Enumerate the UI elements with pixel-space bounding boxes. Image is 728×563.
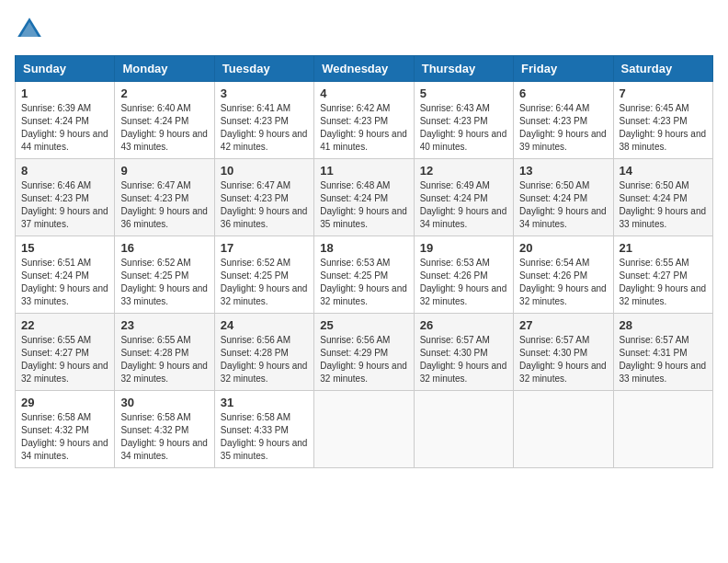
- day-info: Sunrise: 6:45 AMSunset: 4:23 PMDaylight:…: [620, 102, 707, 154]
- day-info: Sunrise: 6:57 AMSunset: 4:30 PMDaylight:…: [420, 334, 507, 385]
- day-number: 31: [221, 396, 308, 409]
- day-info: Sunrise: 6:50 AMSunset: 4:24 PMDaylight:…: [620, 179, 707, 231]
- calendar-cell: [414, 391, 513, 468]
- day-number: 18: [320, 241, 407, 255]
- day-info: Sunrise: 6:40 AMSunset: 4:24 PMDaylight:…: [120, 102, 208, 154]
- day-number: 11: [320, 164, 407, 178]
- day-info: Sunrise: 6:55 AMSunset: 4:27 PMDaylight:…: [620, 257, 707, 308]
- day-info: Sunrise: 6:47 AMSunset: 4:23 PMDaylight:…: [120, 179, 208, 231]
- calendar-cell: 1 Sunrise: 6:39 AMSunset: 4:24 PMDayligh…: [16, 82, 115, 159]
- calendar-cell: 31 Sunrise: 6:58 AMSunset: 4:33 PMDaylig…: [214, 391, 313, 468]
- calendar-cell: 29 Sunrise: 6:58 AMSunset: 4:32 PMDaylig…: [16, 391, 115, 468]
- day-number: 4: [320, 86, 407, 100]
- day-number: 8: [21, 164, 108, 178]
- calendar-cell: 14 Sunrise: 6:50 AMSunset: 4:24 PMDaylig…: [613, 159, 712, 236]
- day-number: 29: [21, 396, 108, 409]
- calendar-cell: 25 Sunrise: 6:56 AMSunset: 4:29 PMDaylig…: [314, 314, 414, 391]
- calendar-cell: 21 Sunrise: 6:55 AMSunset: 4:27 PMDaylig…: [613, 236, 712, 314]
- day-info: Sunrise: 6:47 AMSunset: 4:23 PMDaylight:…: [221, 179, 308, 231]
- day-number: 26: [420, 318, 507, 332]
- calendar-cell: 2 Sunrise: 6:40 AMSunset: 4:24 PMDayligh…: [115, 82, 214, 159]
- calendar-cell: [613, 391, 712, 468]
- calendar-cell: 19 Sunrise: 6:53 AMSunset: 4:26 PMDaylig…: [414, 236, 513, 314]
- day-info: Sunrise: 6:58 AMSunset: 4:32 PMDaylight:…: [120, 411, 208, 463]
- day-number: 27: [519, 318, 607, 332]
- calendar-cell: [314, 391, 414, 468]
- calendar-cell: 30 Sunrise: 6:58 AMSunset: 4:32 PMDaylig…: [115, 391, 214, 468]
- day-info: Sunrise: 6:56 AMSunset: 4:28 PMDaylight:…: [221, 334, 308, 385]
- day-number: 23: [120, 318, 208, 332]
- day-number: 2: [120, 86, 208, 100]
- day-of-week-header: Friday: [514, 56, 613, 82]
- calendar-cell: 15 Sunrise: 6:51 AMSunset: 4:24 PMDaylig…: [16, 236, 115, 314]
- day-info: Sunrise: 6:57 AMSunset: 4:30 PMDaylight:…: [519, 334, 607, 385]
- day-info: Sunrise: 6:55 AMSunset: 4:28 PMDaylight:…: [120, 334, 208, 385]
- day-info: Sunrise: 6:48 AMSunset: 4:24 PMDaylight:…: [320, 179, 407, 231]
- calendar-cell: 6 Sunrise: 6:44 AMSunset: 4:23 PMDayligh…: [514, 82, 613, 159]
- logo-icon: [15, 15, 44, 44]
- day-number: 5: [420, 86, 507, 100]
- calendar-cell: 3 Sunrise: 6:41 AMSunset: 4:23 PMDayligh…: [214, 82, 313, 159]
- day-info: Sunrise: 6:58 AMSunset: 4:32 PMDaylight:…: [21, 411, 108, 463]
- day-number: 14: [620, 164, 707, 178]
- calendar-cell: 22 Sunrise: 6:55 AMSunset: 4:27 PMDaylig…: [16, 314, 115, 391]
- day-info: Sunrise: 6:53 AMSunset: 4:25 PMDaylight:…: [320, 257, 407, 308]
- calendar-cell: 16 Sunrise: 6:52 AMSunset: 4:25 PMDaylig…: [115, 236, 214, 314]
- day-number: 25: [320, 318, 407, 332]
- day-of-week-header: Monday: [115, 56, 214, 82]
- calendar-cell: 28 Sunrise: 6:57 AMSunset: 4:31 PMDaylig…: [613, 314, 712, 391]
- day-of-week-header: Wednesday: [314, 56, 414, 82]
- calendar-week-row: 8 Sunrise: 6:46 AMSunset: 4:23 PMDayligh…: [16, 159, 713, 236]
- day-number: 20: [519, 241, 607, 255]
- calendar-cell: 8 Sunrise: 6:46 AMSunset: 4:23 PMDayligh…: [16, 159, 115, 236]
- logo: [15, 15, 48, 44]
- calendar-week-row: 29 Sunrise: 6:58 AMSunset: 4:32 PMDaylig…: [16, 391, 713, 468]
- day-number: 24: [221, 318, 308, 332]
- calendar-cell: [514, 391, 613, 468]
- calendar-cell: 4 Sunrise: 6:42 AMSunset: 4:23 PMDayligh…: [314, 82, 414, 159]
- day-info: Sunrise: 6:55 AMSunset: 4:27 PMDaylight:…: [21, 334, 108, 385]
- calendar-cell: 11 Sunrise: 6:48 AMSunset: 4:24 PMDaylig…: [314, 159, 414, 236]
- day-of-week-header: Sunday: [16, 56, 115, 82]
- day-number: 16: [120, 241, 208, 255]
- calendar-cell: 17 Sunrise: 6:52 AMSunset: 4:25 PMDaylig…: [214, 236, 313, 314]
- day-info: Sunrise: 6:52 AMSunset: 4:25 PMDaylight:…: [120, 257, 208, 308]
- day-number: 9: [120, 164, 208, 178]
- day-number: 22: [21, 318, 108, 332]
- day-number: 6: [519, 86, 607, 100]
- calendar-cell: 13 Sunrise: 6:50 AMSunset: 4:24 PMDaylig…: [514, 159, 613, 236]
- calendar-week-row: 1 Sunrise: 6:39 AMSunset: 4:24 PMDayligh…: [16, 82, 713, 159]
- day-number: 30: [120, 396, 208, 409]
- day-info: Sunrise: 6:57 AMSunset: 4:31 PMDaylight:…: [620, 334, 707, 385]
- page-header: [15, 15, 713, 44]
- calendar-cell: 27 Sunrise: 6:57 AMSunset: 4:30 PMDaylig…: [514, 314, 613, 391]
- day-info: Sunrise: 6:51 AMSunset: 4:24 PMDaylight:…: [21, 257, 108, 308]
- day-info: Sunrise: 6:58 AMSunset: 4:33 PMDaylight:…: [221, 411, 308, 463]
- day-info: Sunrise: 6:42 AMSunset: 4:23 PMDaylight:…: [320, 102, 407, 154]
- day-number: 10: [221, 164, 308, 178]
- day-number: 1: [21, 86, 108, 100]
- day-number: 12: [420, 164, 507, 178]
- day-info: Sunrise: 6:52 AMSunset: 4:25 PMDaylight:…: [221, 257, 308, 308]
- day-of-week-header: Tuesday: [214, 56, 313, 82]
- calendar-cell: 5 Sunrise: 6:43 AMSunset: 4:23 PMDayligh…: [414, 82, 513, 159]
- day-of-week-header: Thursday: [414, 56, 513, 82]
- day-info: Sunrise: 6:54 AMSunset: 4:26 PMDaylight:…: [519, 257, 607, 308]
- day-number: 17: [221, 241, 308, 255]
- day-number: 3: [221, 86, 308, 100]
- day-info: Sunrise: 6:44 AMSunset: 4:23 PMDaylight:…: [519, 102, 607, 154]
- day-number: 28: [620, 318, 707, 332]
- day-number: 19: [420, 241, 507, 255]
- day-number: 21: [620, 241, 707, 255]
- day-info: Sunrise: 6:49 AMSunset: 4:24 PMDaylight:…: [420, 179, 507, 231]
- calendar-cell: 23 Sunrise: 6:55 AMSunset: 4:28 PMDaylig…: [115, 314, 214, 391]
- calendar-cell: 24 Sunrise: 6:56 AMSunset: 4:28 PMDaylig…: [214, 314, 313, 391]
- day-info: Sunrise: 6:43 AMSunset: 4:23 PMDaylight:…: [420, 102, 507, 154]
- day-info: Sunrise: 6:53 AMSunset: 4:26 PMDaylight:…: [420, 257, 507, 308]
- calendar-cell: 9 Sunrise: 6:47 AMSunset: 4:23 PMDayligh…: [115, 159, 214, 236]
- day-number: 13: [519, 164, 607, 178]
- day-info: Sunrise: 6:46 AMSunset: 4:23 PMDaylight:…: [21, 179, 108, 231]
- day-number: 15: [21, 241, 108, 255]
- day-info: Sunrise: 6:41 AMSunset: 4:23 PMDaylight:…: [221, 102, 308, 154]
- day-of-week-header: Saturday: [613, 56, 712, 82]
